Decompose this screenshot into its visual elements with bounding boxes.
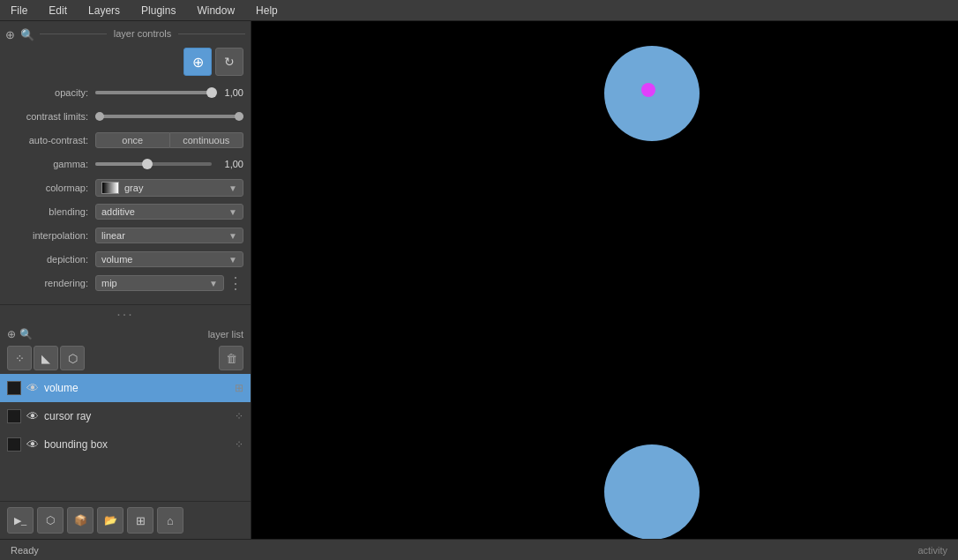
rendering-label: rendering:	[7, 278, 95, 288]
depiction-arrow-icon: ▼	[228, 255, 237, 265]
contrast-row: contrast limits:	[7, 107, 243, 126]
depiction-dropdown[interactable]: volume ▼	[95, 251, 243, 267]
statusbar: Ready activity	[0, 539, 958, 560]
layer-toolbar: ⁘ ◣ ⬡ 🗑	[0, 344, 251, 374]
once-button[interactable]: once	[95, 132, 170, 148]
canvas-area[interactable]	[251, 21, 958, 539]
blending-arrow-icon: ▼	[228, 207, 237, 217]
circle-bottom-left	[604, 444, 700, 539]
opacity-row: opacity: 1,00	[7, 83, 243, 102]
interpolation-arrow-icon: ▼	[228, 231, 237, 241]
colormap-value: gray	[124, 183, 228, 193]
layer-name-bounding-box: bounding box	[44, 438, 229, 451]
menu-file[interactable]: File	[4, 3, 34, 19]
status-ready: Ready	[11, 545, 39, 556]
layer-color-volume	[7, 381, 21, 395]
layer-item-cursor-ray[interactable]: 👁 cursor ray ⁘	[0, 402, 251, 430]
more-dots[interactable]: ···	[0, 305, 251, 325]
home-button[interactable]: ⌂	[157, 507, 183, 534]
blending-value: additive	[101, 206, 228, 217]
layer-name-cursor-ray: cursor ray	[44, 410, 229, 422]
continuous-button[interactable]: continuous	[170, 132, 244, 148]
left-panel: ⊕ 🔍 layer controls ⊕ ↻ opacity:	[0, 21, 251, 539]
add-points-button[interactable]: ⁘	[7, 346, 32, 370]
terminal-button[interactable]: ▶_	[7, 507, 34, 534]
layer-item-bounding-box[interactable]: 👁 bounding box ⁘	[0, 430, 251, 459]
rendering-arrow-icon: ▼	[209, 279, 218, 288]
layer-controls-title: layer controls	[107, 28, 178, 39]
layer-name-volume: volume	[44, 382, 229, 394]
bottom-toolbar: ▶_ ⬡ 📦 📂 ⊞ ⌂	[0, 501, 251, 539]
menu-layers[interactable]: Layers	[81, 3, 127, 19]
add-shapes-button[interactable]: ◣	[34, 346, 58, 370]
save-button[interactable]: ⬡	[37, 507, 64, 534]
gamma-row: gamma: 1,00	[7, 154, 243, 174]
interpolation-label: interpolation:	[7, 230, 95, 241]
opacity-slider[interactable]	[95, 91, 212, 94]
layer-list-header: ⊕ 🔍 layer list	[0, 325, 251, 344]
delete-layer-button[interactable]: 🗑	[219, 346, 243, 370]
layer-options-icon-cursor-ray[interactable]: ⁘	[235, 410, 243, 422]
more-options-icon[interactable]: ⋮	[224, 273, 243, 293]
main-layout: ⊕ 🔍 layer controls ⊕ ↻ opacity:	[0, 21, 958, 539]
layer-vis-icon-cursor-ray[interactable]: 👁	[26, 409, 39, 423]
rendering-dropdown[interactable]: mip ▼	[95, 275, 224, 291]
layer-options-icon-volume[interactable]: ⊞	[235, 382, 243, 394]
menu-plugins[interactable]: Plugins	[134, 3, 183, 19]
depiction-row: depiction: volume ▼	[7, 250, 243, 269]
contrast-label: contrast limits:	[7, 111, 95, 122]
layer-vis-icon-bounding-box[interactable]: 👁	[26, 437, 39, 452]
layer-list: ⊕ 🔍 layer list ⁘ ◣ ⬡ 🗑 👁 volume ⊞ 👁	[0, 325, 251, 501]
menu-edit[interactable]: Edit	[41, 3, 74, 19]
menu-help[interactable]: Help	[249, 3, 285, 19]
auto-contrast-label: auto-contrast:	[7, 135, 95, 146]
layer-options-icon-bounding-box[interactable]: ⁘	[235, 438, 243, 451]
layer-item-volume[interactable]: 👁 volume ⊞	[0, 374, 251, 402]
depiction-label: depiction:	[7, 254, 95, 265]
layer-controls: ⊕ ↻ opacity: 1,00 contrast limits:	[0, 44, 251, 305]
rendering-row: rendering: mip ▼ ⋮	[7, 273, 243, 293]
blending-row: blending: additive ▼	[7, 202, 243, 221]
opacity-label: opacity:	[7, 87, 95, 98]
package-button[interactable]: 📦	[67, 507, 94, 534]
menubar: File Edit Layers Plugins Window Help	[0, 0, 958, 21]
open-button[interactable]: 📂	[97, 507, 123, 534]
circle-top-left	[604, 46, 700, 141]
colormap-label: colormap:	[7, 183, 95, 193]
add-labels-button[interactable]: ⬡	[60, 346, 85, 370]
colormap-swatch	[101, 182, 119, 194]
interpolation-dropdown[interactable]: linear ▼	[95, 228, 243, 243]
move-tool-button[interactable]: ⊕	[183, 48, 212, 76]
menu-window[interactable]: Window	[190, 3, 242, 19]
panel-icon-move[interactable]: ⊕	[5, 28, 15, 41]
gamma-label: gamma:	[7, 159, 95, 169]
layer-controls-toolbar: ⊕ ↻	[7, 48, 243, 76]
colormap-arrow-icon: ▼	[228, 183, 237, 193]
layer-vis-icon-volume[interactable]: 👁	[26, 381, 39, 395]
colormap-dropdown[interactable]: gray ▼	[95, 179, 243, 197]
rotate-tool-button[interactable]: ↻	[215, 48, 243, 76]
contrast-slider[interactable]	[95, 115, 243, 118]
layer-list-icon-move[interactable]: ⊕	[7, 328, 16, 340]
layer-color-cursor-ray	[7, 409, 21, 423]
interpolation-value: linear	[101, 230, 228, 241]
interpolation-row: interpolation: linear ▼	[7, 226, 243, 245]
gamma-value: 1,00	[212, 159, 243, 169]
layer-color-bounding-box	[7, 437, 21, 452]
grid-button[interactable]: ⊞	[127, 507, 153, 534]
dot-top-left	[641, 83, 655, 97]
colormap-row: colormap: gray ▼	[7, 178, 243, 198]
depiction-value: volume	[101, 254, 228, 265]
panel-icon-search[interactable]: 🔍	[20, 28, 34, 41]
auto-contrast-row: auto-contrast: once continuous	[7, 131, 243, 150]
activity-label[interactable]: activity	[917, 545, 947, 556]
blending-dropdown[interactable]: additive ▼	[95, 204, 243, 220]
layer-list-icon-search[interactable]: 🔍	[19, 328, 33, 340]
rendering-value: mip	[101, 278, 209, 288]
blending-label: blending:	[7, 206, 95, 217]
layer-list-title: layer list	[36, 329, 243, 340]
auto-contrast-group: once continuous	[95, 132, 243, 148]
gamma-slider[interactable]	[95, 162, 212, 166]
